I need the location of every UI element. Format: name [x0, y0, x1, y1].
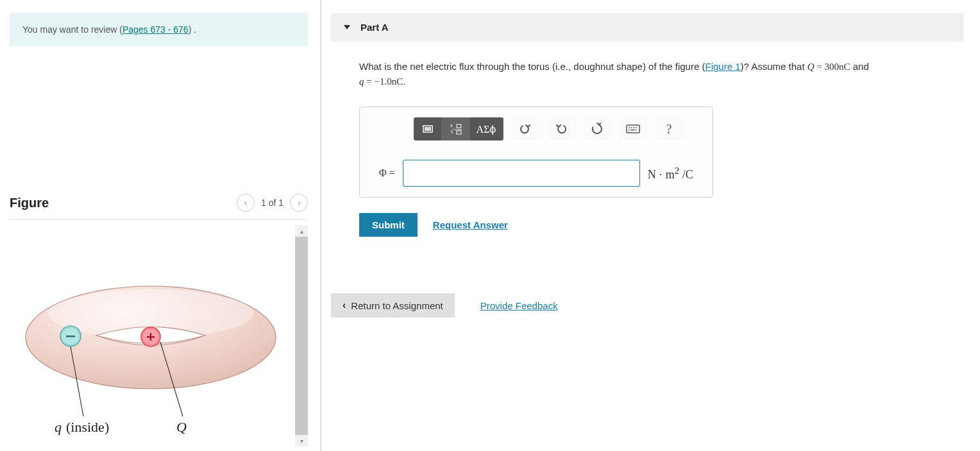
- question-intro: What is the net electric flux through th…: [359, 61, 705, 72]
- svg-point-24: [633, 127, 634, 128]
- return-label: Return to Assignment: [351, 300, 443, 311]
- greek-tool-button[interactable]: ΑΣϕ: [470, 117, 503, 140]
- svg-text:(inside): (inside): [66, 419, 109, 435]
- part-title: Part A: [360, 22, 389, 33]
- fraction-tool-button[interactable]: x √: [442, 117, 470, 140]
- figure-nav: ‹ 1 of 1 ›: [237, 194, 308, 212]
- eq-q: =: [364, 76, 375, 87]
- rectangle-icon: [422, 124, 434, 133]
- svg-point-27: [636, 130, 637, 131]
- panel-divider: [321, 0, 321, 451]
- svg-rect-15: [425, 127, 431, 131]
- undo-button[interactable]: [511, 117, 539, 140]
- figure-nav-text: 1 of 1: [261, 198, 283, 208]
- and-text: and: [850, 61, 869, 72]
- figure-title: Figure: [10, 196, 49, 210]
- review-hint-box: You may want to review (Pages 673 - 676)…: [10, 13, 308, 46]
- submit-button[interactable]: Submit: [359, 213, 418, 237]
- return-to-assignment-button[interactable]: ‹ Return to Assignment: [331, 293, 455, 318]
- svg-text:q: q: [55, 419, 62, 435]
- answer-input[interactable]: [403, 160, 640, 187]
- var-Q: Q: [807, 62, 815, 72]
- svg-rect-21: [627, 125, 639, 133]
- svg-point-22: [629, 127, 630, 128]
- provide-feedback-link[interactable]: Provide Feedback: [480, 300, 558, 311]
- svg-point-25: [636, 127, 637, 128]
- svg-text:Q: Q: [176, 419, 187, 435]
- caret-down-icon: [344, 25, 350, 30]
- help-button[interactable]: ?: [655, 117, 683, 140]
- scroll-down-arrow[interactable]: ▾: [295, 435, 308, 447]
- redo-button[interactable]: [547, 117, 575, 140]
- svg-rect-28: [631, 130, 635, 131]
- svg-point-23: [631, 127, 632, 128]
- reset-icon: [591, 123, 604, 135]
- scroll-up-arrow[interactable]: ▴: [295, 225, 308, 237]
- svg-text:√: √: [450, 128, 454, 135]
- fraction-icon: x √: [450, 122, 462, 136]
- val-Q: 300nC: [825, 62, 850, 72]
- svg-rect-8: [150, 333, 152, 341]
- figure-scrollbar[interactable]: ▴ ▾: [295, 225, 308, 447]
- rectangle-tool-button[interactable]: [414, 117, 442, 140]
- review-hint-prefix: You may want to review (: [22, 24, 122, 35]
- answer-units: N ⋅ m2 /C: [648, 166, 693, 182]
- review-hint-suffix: ) .: [189, 24, 196, 35]
- var-q: q: [359, 76, 364, 87]
- reset-button[interactable]: [583, 117, 611, 140]
- scroll-thumb[interactable]: [295, 237, 308, 435]
- figure-next-button[interactable]: ›: [290, 194, 308, 212]
- keyboard-button[interactable]: [619, 117, 647, 140]
- request-answer-link[interactable]: Request Answer: [433, 219, 508, 230]
- val-q: −1.0nC: [374, 76, 403, 87]
- part-a-toggle[interactable]: Part A: [331, 13, 963, 42]
- figure-prev-button[interactable]: ‹: [237, 194, 255, 212]
- redo-icon: [555, 123, 568, 135]
- svg-point-26: [629, 130, 630, 131]
- figure-image: q (inside) Q: [10, 225, 295, 451]
- svg-rect-20: [457, 131, 461, 134]
- svg-rect-18: [457, 124, 461, 128]
- answer-box: x √ ΑΣϕ: [359, 106, 713, 198]
- editor-toolbar: x √ ΑΣϕ: [414, 117, 693, 140]
- figure-1-link[interactable]: Figure 1: [705, 61, 740, 72]
- undo-icon: [519, 123, 532, 135]
- question-after-link: )? Assume that: [741, 61, 807, 72]
- answer-label: Φ =: [379, 167, 395, 179]
- keyboard-icon: [626, 124, 640, 134]
- chevron-left-icon: ‹: [342, 300, 346, 311]
- svg-rect-4: [66, 336, 75, 337]
- review-pages-link[interactable]: Pages 673 - 676: [122, 24, 189, 35]
- eq-Q: =: [815, 62, 825, 72]
- question-text: What is the net electric flux through th…: [359, 60, 962, 89]
- question-period: .: [403, 76, 405, 87]
